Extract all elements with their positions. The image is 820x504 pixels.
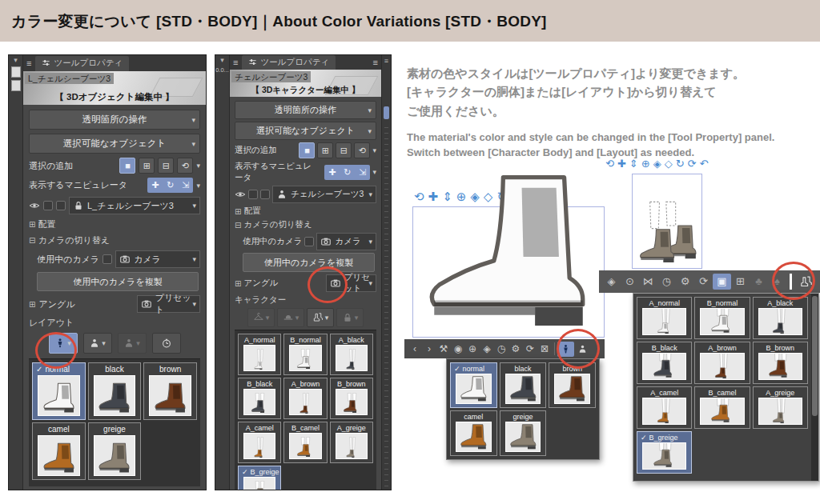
selectable-objects-dropdown[interactable]: 選択可能なオブジェクト ▾ — [29, 134, 200, 154]
transparency-dropdown[interactable]: 透明箇所の操作 ▾ — [29, 110, 200, 130]
color-swatch[interactable]: ✓B_camel — [694, 386, 750, 429]
color-swatch[interactable]: ✓black — [88, 362, 142, 420]
expand-icon[interactable]: ⊞ — [29, 300, 35, 309]
panel-menu-icon[interactable]: ≡ — [373, 58, 378, 67]
scrollbar-thumb[interactable] — [812, 296, 818, 416]
prev-icon[interactable]: ‹ — [408, 342, 422, 356]
section-camera-switch[interactable]: ⊟ カメラの切り替え — [29, 234, 200, 246]
color-swatch[interactable]: ✓A_black — [753, 297, 808, 339]
color-swatch[interactable]: ✓black — [500, 362, 547, 408]
wrench-icon[interactable]: ⚒ — [436, 342, 451, 356]
boots-button[interactable] — [795, 272, 816, 291]
collapse-chevron-icon[interactable]: ▾ — [220, 56, 224, 64]
panel-menu-icon[interactable]: ≡ — [384, 57, 388, 65]
section-placement[interactable]: ⊞ 配置 — [29, 218, 200, 230]
sync-rotate-icon[interactable]: ⟳ — [694, 274, 713, 290]
panel-menu-icon[interactable]: ≡ — [26, 58, 31, 68]
lock-icon[interactable]: ⊙ — [621, 274, 639, 290]
pose-person-disabled-button[interactable]: ▾ — [118, 333, 147, 354]
color-swatch[interactable]: ✓B_black — [238, 378, 281, 419]
color-swatch[interactable]: ✓A_camel — [637, 386, 692, 429]
expand-icon[interactable]: ⊞ — [29, 220, 35, 229]
color-swatch[interactable]: ✓B_brown — [330, 378, 373, 419]
select-remove-button[interactable]: ⊟ — [336, 142, 352, 158]
hanger-button[interactable]: ▾ — [247, 308, 275, 327]
move-tool-icon[interactable]: ⊕ — [465, 342, 480, 356]
color-swatch[interactable]: ✓B_normal — [283, 334, 327, 375]
color-swatch[interactable]: ✓greige — [500, 410, 547, 456]
collapse-chevron-icon[interactable]: ▾ — [14, 56, 18, 64]
object-select[interactable]: チェルシーブーツ3 ▾ — [272, 186, 376, 203]
checkbox[interactable] — [248, 190, 258, 199]
color-swatch[interactable]: ✓greige — [88, 422, 142, 480]
pose-person-button[interactable]: ▾ — [83, 333, 112, 354]
character-pose-button[interactable] — [574, 342, 591, 357]
manipulator-toggle-group[interactable]: ✚↻⇲ — [324, 165, 370, 180]
gear-icon[interactable]: ⚙ — [508, 342, 523, 356]
duplicate-camera-button[interactable]: 使用中のカメラを複製 — [243, 253, 375, 272]
timer-button[interactable] — [152, 333, 181, 354]
tab-tool-property[interactable]: ツールプロパティ — [35, 56, 129, 71]
color-swatch[interactable]: ✓A_greige — [753, 386, 808, 429]
timer-icon[interactable]: ◷ — [657, 274, 676, 290]
reset-pose-icon[interactable]: ↶ — [699, 158, 708, 169]
collapsed-panel-strip[interactable]: ▾ — [9, 55, 23, 490]
color-swatch[interactable]: ✓B_camel — [283, 422, 327, 463]
checkbox[interactable] — [260, 190, 270, 199]
manipulator-toggle-group[interactable]: ✚↻⇲ — [147, 178, 193, 193]
wireframe-cube-icon[interactable]: ◇ — [665, 158, 673, 169]
angle-preset-select[interactable]: プリセット ▾ — [326, 274, 376, 292]
checkbox[interactable] — [56, 201, 66, 210]
camera-icon[interactable]: ◉ — [451, 342, 465, 356]
camera-zoom-icon[interactable]: ⇕ — [629, 158, 638, 169]
color-swatch[interactable]: ✓A_brown — [694, 342, 750, 384]
color-swatch[interactable]: ✓A_greige — [330, 422, 373, 463]
root-move-icon[interactable]: ◈ — [602, 274, 621, 290]
section-placement[interactable]: ⊞ 配置 — [235, 206, 376, 217]
object-select[interactable]: L_チェルシーブーツ3 ▾ — [69, 197, 200, 214]
layout-panel-icon[interactable]: ▣ — [713, 274, 731, 290]
color-swatch[interactable]: ✓B_black — [637, 342, 692, 384]
color-swatch[interactable]: ✓camel — [32, 422, 86, 480]
collapse-icon[interactable]: ⊟ — [29, 236, 35, 245]
select-new-button[interactable]: ■ — [299, 142, 315, 158]
next-icon[interactable]: › — [422, 342, 436, 356]
color-swatch[interactable]: ✓brown — [549, 362, 596, 408]
color-swatch[interactable]: ✓B_greige — [637, 431, 692, 474]
color-swatch[interactable]: ✓A_camel — [238, 422, 281, 463]
chevron-down-icon[interactable]: ▾ — [196, 162, 200, 170]
expand-icon[interactable]: ⊞ — [235, 279, 241, 288]
pose-mannequin-button[interactable]: ▾ — [49, 333, 78, 354]
lock-icon[interactable]: ⊠ — [537, 342, 552, 356]
select-add-button[interactable]: ⊞ — [139, 158, 155, 174]
color-swatch[interactable]: ✓B_greige — [238, 466, 281, 490]
camera-rotate-icon[interactable]: ⟲ — [414, 190, 424, 202]
camera-select[interactable]: カメラ ▾ — [115, 250, 200, 268]
rotate-x-icon[interactable]: ⟳ — [688, 158, 697, 169]
chevron-down-icon[interactable]: ▾ — [372, 168, 376, 176]
transparency-dropdown[interactable]: 透明箇所の操作 ▾ — [235, 101, 376, 119]
chevron-down-icon[interactable]: ▾ — [196, 182, 200, 190]
chevron-down-icon[interactable]: ▾ — [372, 146, 376, 154]
color-swatch[interactable]: ✓camel — [450, 410, 497, 456]
move-target-icon[interactable]: ⊕ — [641, 158, 650, 169]
color-swatch[interactable]: ✓A_black — [330, 334, 373, 375]
camera-pan-icon[interactable]: ✚ — [617, 158, 626, 169]
color-swatch[interactable]: ✓B_normal — [694, 297, 750, 339]
checkbox[interactable] — [102, 254, 112, 264]
object-mode-icon[interactable]: ◈ — [480, 342, 494, 356]
boots-button[interactable]: ▾ — [307, 308, 334, 327]
select-remove-button[interactable]: ⊟ — [158, 158, 174, 174]
bag-button[interactable]: ▾ — [336, 308, 364, 327]
tab-tool-property[interactable]: ツールプロパティ — [242, 55, 336, 70]
plant-icon[interactable]: ♣ — [750, 274, 768, 290]
eye-icon[interactable] — [235, 189, 246, 200]
color-swatch[interactable]: ✓A_normal — [238, 334, 281, 375]
camera-select[interactable]: カメラ ▾ — [316, 233, 376, 250]
color-swatch[interactable]: ✓normal — [32, 362, 86, 420]
layout-pose-button[interactable] — [557, 342, 574, 357]
duplicate-camera-button[interactable]: 使用中のカメラを複製 — [37, 272, 199, 291]
scrollbar[interactable] — [811, 294, 818, 481]
select-new-button[interactable]: ■ — [119, 158, 135, 174]
select-add-button[interactable]: ⊞ — [317, 142, 333, 158]
